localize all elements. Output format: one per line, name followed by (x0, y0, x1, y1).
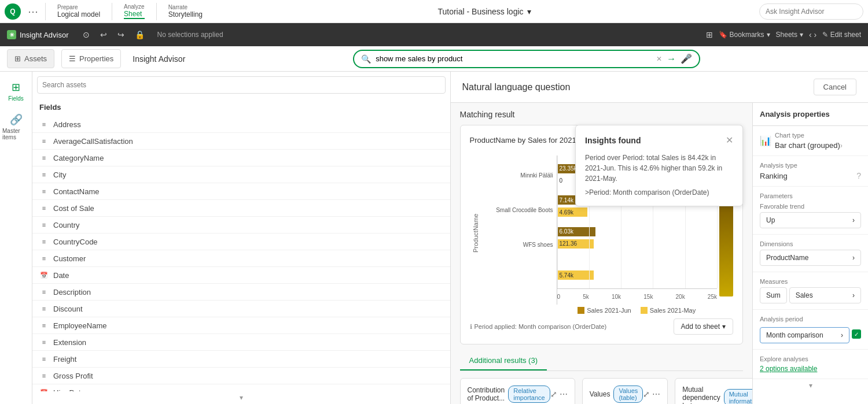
content-main-area: Matching result ProductName by Sales for… (451, 103, 869, 404)
x-label-25k: 25k (708, 294, 717, 300)
favorable-trend-select[interactable]: Up › (760, 212, 861, 228)
grid-icon[interactable]: ⊞ (706, 30, 713, 39)
next-arrow-icon[interactable]: › (814, 30, 817, 39)
field-item-city[interactable]: ≡ City (32, 166, 450, 183)
more-card-2-button[interactable]: ⋯ (652, 390, 660, 399)
undo-icon[interactable]: ↩ (98, 29, 109, 40)
add-to-sheet-button[interactable]: Add to sheet ▾ (674, 318, 733, 335)
chart-footer: ℹ Period applied: Month comparison (Orde… (470, 318, 734, 335)
insights-close-button[interactable]: ✕ (726, 135, 733, 146)
mutual-info-badge: Mutual information (724, 389, 752, 404)
field-item-countrycode[interactable]: ≡ CountryCode (32, 233, 450, 250)
sheets-chevron-icon: ▾ (800, 31, 803, 39)
insights-link[interactable]: >Period: Month comparison (OrderDate) (585, 188, 709, 197)
field-text-icon: ≡ (39, 237, 49, 246)
parameters-label: Parameters (760, 192, 861, 199)
ask-advisor-input[interactable] (759, 3, 863, 20)
field-name: Extension (53, 338, 86, 347)
measure-sales-tag[interactable]: Sales › (789, 287, 861, 303)
content-area: Natural language question Cancel Matchin… (451, 72, 869, 404)
result-card-2-actions: ⤢ ⋯ (643, 390, 660, 399)
submit-arrow-icon[interactable]: → (667, 54, 676, 64)
legend-may-label: Sales 2021-May (650, 307, 696, 314)
field-item-employee[interactable]: ≡ EmployeeName (32, 317, 450, 334)
explore-analyses-link[interactable]: 2 options available (760, 365, 817, 373)
measure-sales-chevron-icon: › (852, 291, 855, 299)
field-item-date[interactable]: 📅 Date (32, 267, 450, 284)
bookmarks-label: Bookmarks (730, 31, 764, 39)
search-assets-input[interactable] (37, 76, 446, 94)
x-label-20k: 20k (676, 294, 685, 300)
values-table-badge: Values (table) (613, 386, 643, 403)
field-item-customer[interactable]: ≡ Customer (32, 250, 450, 267)
field-item-address[interactable]: ≡ Address (32, 116, 450, 133)
analysis-period-checkbox[interactable]: ✓ (852, 329, 861, 339)
field-name: Gross Profit (53, 372, 93, 380)
app-title[interactable]: Tutorial - Business logic ▾ (437, 7, 531, 16)
field-text-icon: ≡ (39, 338, 49, 347)
field-item-freight[interactable]: ≡ Freight (32, 351, 450, 368)
field-text-icon: ≡ (39, 321, 49, 330)
nav-narrate-label: Narrate (168, 4, 203, 10)
clear-icon[interactable]: ✕ (656, 55, 662, 63)
more-card-1-button[interactable]: ⋯ (560, 390, 568, 399)
nav-narrate[interactable]: Narrate Storytelling (161, 4, 209, 18)
field-item-description[interactable]: ≡ Description (32, 284, 450, 301)
measure-sum-value: Sum (766, 291, 781, 299)
field-text-icon: ≡ (39, 187, 49, 196)
field-item-costofsale[interactable]: ≡ Cost of Sale (32, 200, 450, 217)
field-item-extension[interactable]: ≡ Extension (32, 334, 450, 351)
field-item-avgcall[interactable]: ≡ AverageCallSatisfaction (32, 133, 450, 150)
assets-tab-label: Assets (24, 54, 47, 63)
pencil-icon: ✎ (822, 31, 828, 39)
add-to-sheet-label: Add to sheet (681, 323, 720, 331)
y-label-3: WFS shoes (481, 242, 553, 248)
bookmarks-button[interactable]: 🔖 Bookmarks ▾ (719, 31, 770, 39)
sidebar-master-icon-btn[interactable]: 🔗 Master items (0, 109, 32, 145)
main-chart-section: ProductName by Sales for 2021-May and 20… (460, 125, 744, 344)
sidebar-fields-icon-btn[interactable]: ⊞ Fields (0, 76, 32, 106)
edit-sheet-button[interactable]: ✎ Edit sheet (822, 31, 861, 39)
prev-arrow-icon[interactable]: ‹ (809, 30, 812, 39)
scroll-down-icon: ▾ (240, 394, 243, 402)
x-axis: 0 5k 10k 15k 20k 25k (557, 288, 718, 305)
field-item-grossprofit[interactable]: ≡ Gross Profit (32, 368, 450, 384)
field-item-contact[interactable]: ≡ ContactName (32, 183, 450, 200)
dimension-tag[interactable]: ProductName › (760, 250, 861, 266)
microphone-icon[interactable]: 🎤 (681, 53, 692, 64)
selection-icon[interactable]: ⊙ (80, 29, 92, 40)
expand-card-1-button[interactable]: ⤢ (550, 390, 557, 399)
field-item-hiredate[interactable]: 📅 Hire Date (32, 384, 450, 391)
sheets-button[interactable]: Sheets ▾ (776, 31, 803, 39)
tab-properties[interactable]: ☰ Properties (61, 49, 121, 68)
search-input[interactable] (376, 54, 652, 63)
nav-analyze[interactable]: Analyze Sheet (117, 3, 152, 19)
fields-icon: ⊞ (12, 81, 20, 94)
bookmarks-chevron-icon: ▾ (767, 31, 770, 39)
result-card-1-actions: ⤢ ⋯ (550, 390, 568, 399)
analysis-period-select[interactable]: Month comparison › (760, 327, 849, 343)
cancel-button[interactable]: Cancel (814, 79, 856, 95)
field-name: Date (53, 271, 69, 280)
field-item-category[interactable]: ≡ CategoryName (32, 150, 450, 166)
app-title-text: Tutorial - Business logic (437, 7, 523, 16)
fields-icon-label: Fields (8, 95, 24, 102)
field-item-country[interactable]: ≡ Country (32, 217, 450, 233)
expand-card-2-button[interactable]: ⤢ (643, 390, 650, 399)
lock-icon[interactable]: 🔒 (133, 29, 147, 40)
nav-arrows: ‹ › (809, 30, 816, 39)
nav-prepare[interactable]: Prepare Logical model (50, 4, 107, 18)
measure-sum-tag[interactable]: Sum (760, 287, 787, 303)
field-item-discount[interactable]: ≡ Discount (32, 301, 450, 317)
insight-advisor-label: Insight Advisor (20, 31, 69, 39)
additional-results-tab[interactable]: Additional results (3) (460, 351, 547, 370)
second-bar: ☀ Insight Advisor ⊙ ↩ ↪ 🔒 No selections … (0, 23, 868, 46)
tab-assets[interactable]: ⊞ Assets (7, 49, 54, 68)
app-menu-dots[interactable]: ⋯ (25, 3, 41, 20)
properties-tab-label: Properties (79, 54, 113, 63)
redo-icon[interactable]: ↪ (115, 29, 127, 40)
insight-advisor-button[interactable]: ☀ Insight Advisor (7, 30, 69, 39)
legend-jun: Sales 2021-Jun (578, 307, 631, 314)
right-panel-scroll-icon: ▾ (809, 381, 812, 390)
third-bar: ⊞ Assets ☰ Properties Insight Advisor 🔍 … (0, 46, 868, 72)
